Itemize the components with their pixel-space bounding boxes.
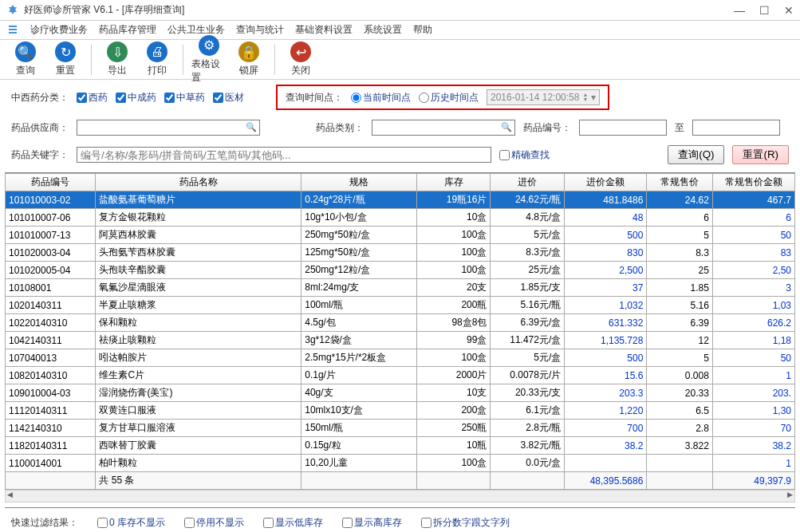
column-header[interactable]: 药品名称 xyxy=(96,174,301,191)
quickfilter-label: 快速过滤结果： xyxy=(11,516,78,530)
quickfilter-checkbox[interactable]: 拆分数字跟文字列 xyxy=(421,516,510,530)
category-label: 中西药分类： xyxy=(11,91,69,104)
data-table: 药品编号药品名称规格库存进价进价金额常规售价常规售价金额 101010003-0… xyxy=(5,173,795,490)
column-header[interactable]: 进价金额 xyxy=(565,174,647,191)
quickfilter-checkbox[interactable]: 停用不显示 xyxy=(184,516,244,530)
category-checkbox[interactable]: 医材 xyxy=(213,91,244,104)
reset-button[interactable]: 重置(R) xyxy=(732,145,789,164)
table-row[interactable]: 1042140311祛痰止咳颗粒3g*12袋/盒99盒11.472元/盒1,13… xyxy=(6,332,795,349)
table-row[interactable]: 109010004-03湿润烧伤膏(美宝)40g/支10支20.33元/支203… xyxy=(6,384,795,402)
keyword-input[interactable] xyxy=(77,147,491,163)
table-row[interactable]: 11120140311双黄连口服液10mlx10支/盒200盒6.1元/盒1,2… xyxy=(6,402,795,420)
toolbar: 🔍查询↻重置⇩导出🖨打印⚙表格设置🔒锁屏↩关闭 xyxy=(0,40,800,80)
to-label: 至 xyxy=(675,121,684,135)
table-row[interactable]: 11820140311西咪替丁胶囊0.15g/粒10瓶3.82元/瓶38.23.… xyxy=(6,437,795,455)
toolbar-导出[interactable]: ⇩导出 xyxy=(100,41,135,77)
quickfilter-checkbox[interactable]: 0 库存不显示 xyxy=(97,516,165,530)
toolbar-重置[interactable]: ↻重置 xyxy=(48,41,83,77)
menu-item[interactable]: 帮助 xyxy=(413,23,432,37)
toolbar-表格设置[interactable]: ⚙表格设置 xyxy=(191,35,227,85)
toolbar-打印[interactable]: 🖨打印 xyxy=(140,41,175,77)
toolbar-锁屏[interactable]: 🔒锁屏 xyxy=(231,41,266,77)
class-input[interactable] xyxy=(372,120,515,136)
column-header[interactable]: 常规售价 xyxy=(647,174,713,191)
minimize-button[interactable]: — xyxy=(734,4,745,17)
quickfilter-checkbox[interactable]: 显示低库存 xyxy=(263,516,323,530)
timepoint-label: 查询时间点： xyxy=(286,91,343,104)
column-header[interactable]: 规格 xyxy=(301,174,416,191)
table-row[interactable]: 1100014001柏叶颗粒10,20儿童100盒0.0元/盒1 xyxy=(6,455,795,472)
window-title: 好医师诊所管家 V6.1 - [库存明细查询] xyxy=(24,3,734,17)
menu-item[interactable]: 基础资料设置 xyxy=(295,23,353,37)
dropdown-icon[interactable]: ▾ xyxy=(591,92,596,103)
category-checkbox[interactable]: 中草药 xyxy=(164,91,205,104)
timepoint-box: 查询时间点： 当前时间点 历史时间点 2016-01-14 12:00:58 ▲… xyxy=(276,85,609,110)
table-row[interactable]: 101010007-06复方金银花颗粒10g*10小包/盒10盒4.8元/盒48… xyxy=(6,209,795,227)
datetime-field[interactable]: 2016-01-14 12:00:58 ▲▼ ▾ xyxy=(487,89,600,105)
column-header[interactable]: 进价 xyxy=(491,174,565,191)
keyword-label: 药品关键字： xyxy=(11,148,69,162)
table-row[interactable]: 101020003-04头孢氨苄西林胶囊125mg*50粒/盒100盒8.3元/… xyxy=(6,244,795,262)
table-row[interactable]: 1142140310复方甘草口服溶液150ml/瓶250瓶2.8元/瓶7002.… xyxy=(6,420,795,437)
toolbar-查询[interactable]: 🔍查询 xyxy=(8,41,43,77)
table-row[interactable]: 10220140310保和颗粒4.5g/包98盒8包6.39元/盒631.332… xyxy=(6,314,795,332)
menubar: 诊疗收费业务 药品库存管理 公共卫生业务 查询与统计 基础资料设置 系统设置 帮… xyxy=(0,21,800,40)
supplier-label: 药品供应商： xyxy=(11,121,69,135)
menu-item[interactable]: 诊疗收费业务 xyxy=(30,23,88,37)
spinner-icon[interactable]: ▲▼ xyxy=(582,93,588,102)
close-button[interactable]: ✕ xyxy=(784,4,794,17)
table-row[interactable]: 10820140310维生素C片0.1g/片2000片0.0078元/片15.6… xyxy=(6,367,795,384)
code-to-input[interactable] xyxy=(692,120,780,136)
supplier-input[interactable] xyxy=(77,120,260,136)
category-checkbox[interactable]: 中成药 xyxy=(116,91,156,104)
horizontal-scrollbar[interactable] xyxy=(5,490,795,502)
table-row[interactable]: 10108001氧氟沙星滴眼液8ml:24mg/支20支1.85元/支371.8… xyxy=(6,279,795,297)
toolbar-关闭[interactable]: ↩关闭 xyxy=(283,41,318,77)
timepoint-radio-history[interactable]: 历史时间点 xyxy=(419,91,479,104)
table-row[interactable]: 107040013吲达帕胺片2.5mg*15片/*2板盒100盒5元/盒5005… xyxy=(6,349,795,367)
table-row[interactable]: 101010003-02盐酸氨基葡萄糖片0.24g*28片/瓶19瓶16片24.… xyxy=(6,191,795,209)
menu-item[interactable]: 药品库存管理 xyxy=(99,23,156,37)
quickfilter-checkbox[interactable]: 显示高库存 xyxy=(342,516,402,530)
class-label: 药品类别： xyxy=(316,121,364,135)
menu-item[interactable]: 系统设置 xyxy=(364,23,402,37)
category-checkbox[interactable]: 西药 xyxy=(77,91,108,104)
column-header[interactable]: 常规售价金额 xyxy=(712,174,794,191)
timepoint-radio-current[interactable]: 当前时间点 xyxy=(351,91,411,104)
table-row[interactable]: 101010007-13阿莫西林胶囊250mg*50粒/盒100盒5元/盒500… xyxy=(6,227,795,244)
maximize-button[interactable]: ☐ xyxy=(759,4,770,17)
column-header[interactable]: 库存 xyxy=(416,174,491,191)
exact-checkbox[interactable]: 精确查找 xyxy=(499,148,550,162)
code-label: 药品编号： xyxy=(523,121,571,135)
menu-item[interactable]: 查询与统计 xyxy=(236,23,284,37)
code-from-input[interactable] xyxy=(579,120,667,136)
table-row[interactable]: 101020005-04头孢呋辛酯胶囊250mg*12粒/盒100盒25元/盒2… xyxy=(6,262,795,279)
app-icon xyxy=(6,4,19,17)
column-header[interactable]: 药品编号 xyxy=(6,174,96,191)
query-button[interactable]: 查询(Q) xyxy=(668,145,724,164)
table-row[interactable]: 1020140311半夏止咳糖浆100ml/瓶200瓶5.16元/瓶1,0325… xyxy=(6,297,795,314)
menu-lead-icon xyxy=(6,24,19,37)
